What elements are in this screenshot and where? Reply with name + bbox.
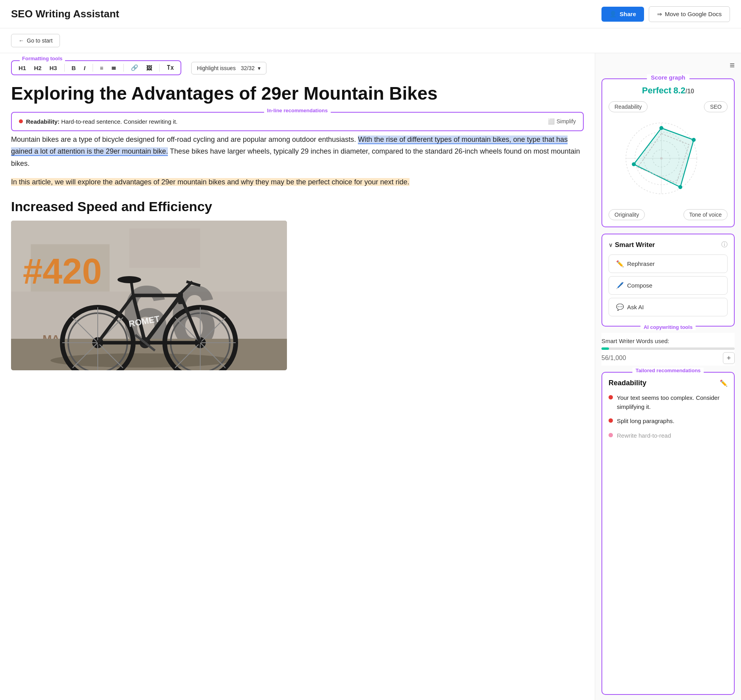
simplify-icon: ⬜ bbox=[548, 118, 555, 124]
words-progress-bar bbox=[601, 347, 735, 350]
score-graph-axes-bottom: Originality Tone of voice bbox=[609, 209, 728, 220]
tone-of-voice-axis-label: Tone of voice bbox=[683, 209, 728, 220]
seo-axis-label: SEO bbox=[704, 101, 728, 112]
ai-copywriting-label: AI copywriting tools bbox=[640, 324, 696, 330]
words-used-label: Smart Writer Words used: bbox=[601, 338, 735, 344]
smart-writer-header: ∨ Smart Writer ⓘ bbox=[609, 241, 728, 249]
ask-ai-icon: 💬 bbox=[616, 303, 624, 311]
svg-rect-3 bbox=[129, 228, 200, 268]
sub-header: ← Go to start bbox=[0, 28, 741, 53]
svg-point-35 bbox=[117, 276, 141, 283]
inline-rec-wrapper: Readability: Hard-to-read sentence. Cons… bbox=[11, 112, 584, 131]
move-to-google-docs-button[interactable]: ⇒ Move to Google Docs bbox=[649, 6, 730, 22]
radar-chart bbox=[610, 117, 713, 204]
article-paragraph-1: Mountain bikes are a type of bicycle des… bbox=[11, 134, 584, 170]
h3-button[interactable]: H3 bbox=[47, 64, 59, 72]
article-h2: Increased Speed and Efficiency bbox=[11, 199, 584, 214]
googledocs-icon: ⇒ bbox=[657, 11, 662, 18]
formatting-tools-label: Formatting tools bbox=[20, 56, 65, 61]
editor-area: H1 H2 H3 B I ≡ ≣ 🔗 🖼 Tx Formatting tools… bbox=[0, 53, 595, 700]
link-button[interactable]: 🔗 bbox=[129, 63, 140, 72]
arrow-left-icon: ← bbox=[19, 37, 24, 44]
words-progress-fill bbox=[601, 347, 609, 350]
smart-writer-info-icon[interactable]: ⓘ bbox=[721, 241, 728, 249]
svg-point-50 bbox=[632, 162, 636, 166]
toolbar-divider-3 bbox=[123, 64, 124, 72]
rec-item-dot-1 bbox=[609, 395, 613, 399]
rephraser-button[interactable]: ✏️ Rephraser bbox=[609, 254, 728, 273]
rec-item-text-1: Your text seems too complex. Consider si… bbox=[617, 394, 728, 411]
highlight-issues-dropdown[interactable]: Highlight issues 32/32 ▾ bbox=[191, 62, 266, 74]
tailored-rec-label: Tailored recommendations bbox=[632, 368, 704, 373]
rec-item-2: Split long paragraphs. bbox=[609, 417, 728, 426]
formatting-toolbar-wrapper: H1 H2 H3 B I ≡ ≣ 🔗 🖼 Tx Formatting tools… bbox=[0, 53, 595, 75]
bike-image-svg: #420 66 MA bbox=[11, 221, 287, 370]
words-plus-button[interactable]: + bbox=[723, 352, 735, 364]
chevron-down-icon: ▾ bbox=[258, 65, 261, 71]
words-count-row: 56/1,000 + bbox=[601, 352, 735, 364]
rec-item-dot-2 bbox=[609, 418, 613, 423]
share-button[interactable]: 👤 Share bbox=[601, 7, 644, 22]
score-value: 8.2 bbox=[673, 85, 685, 95]
smart-writer-card: ∨ Smart Writer ⓘ ✏️ Rephraser 🖊️ Compose… bbox=[601, 234, 735, 327]
rec-item-text-2: Split long paragraphs. bbox=[617, 417, 674, 426]
simplify-button[interactable]: ⬜ Simplify bbox=[548, 118, 576, 124]
words-count: 56/1,000 bbox=[601, 355, 626, 362]
paragraph-2-highlight: In this article, we will explore the adv… bbox=[11, 178, 410, 186]
paragraph-1-start: Mountain bikes are a type of bicycle des… bbox=[11, 136, 358, 143]
article-paragraph-2: In this article, we will explore the adv… bbox=[11, 176, 584, 188]
svg-point-49 bbox=[678, 185, 682, 189]
smart-writer-title: ∨ Smart Writer bbox=[609, 241, 655, 249]
sidebar-menu-button[interactable]: ≡ bbox=[730, 60, 735, 71]
score-graph-label: Score graph bbox=[647, 74, 689, 81]
formatting-toolbar: H1 H2 H3 B I ≡ ≣ 🔗 🖼 Tx bbox=[11, 60, 181, 75]
app-header: SEO Writing Assistant 👤 Share ⇒ Move to … bbox=[0, 0, 741, 28]
inline-rec-label: In-line recommendations bbox=[264, 108, 331, 113]
header-actions: 👤 Share ⇒ Move to Google Docs bbox=[601, 6, 730, 22]
compose-button[interactable]: 🖊️ Compose bbox=[609, 276, 728, 295]
right-sidebar: ≡ Score graph Perfect 8.2/10 Readability… bbox=[595, 53, 741, 700]
h2-button[interactable]: H2 bbox=[32, 64, 43, 72]
words-used-section: Smart Writer Words used: 56/1,000 + bbox=[601, 333, 735, 366]
clear-format-button[interactable]: Tx bbox=[165, 63, 176, 72]
bold-button[interactable]: B bbox=[70, 64, 78, 72]
app-title: SEO Writing Assistant bbox=[11, 8, 119, 20]
italic-button[interactable]: I bbox=[82, 64, 87, 72]
readability-axis-label: Readability bbox=[609, 101, 648, 112]
svg-text:#420: #420 bbox=[23, 252, 102, 291]
rec-row: Readability: Hard-to-read sentence. Cons… bbox=[19, 118, 576, 125]
tailored-edit-icon[interactable]: ✏️ bbox=[720, 379, 728, 387]
originality-axis-label: Originality bbox=[609, 209, 645, 220]
svg-point-48 bbox=[692, 138, 696, 142]
image-button[interactable]: 🖼 bbox=[144, 64, 154, 72]
unordered-list-button[interactable]: ≣ bbox=[109, 63, 118, 72]
rephraser-icon: ✏️ bbox=[616, 260, 624, 267]
article-title: Exploring the Advantages of 29er Mountai… bbox=[11, 83, 584, 104]
tailored-rec-title: Readability bbox=[609, 379, 646, 387]
ordered-list-button[interactable]: ≡ bbox=[98, 64, 106, 72]
rec-item-text-3: Rewrite hard-to-read bbox=[617, 431, 671, 440]
svg-point-47 bbox=[659, 126, 663, 130]
highlight-count: 32/32 bbox=[241, 65, 255, 71]
tailored-rec-header: Readability ✏️ bbox=[609, 379, 728, 387]
compose-icon: 🖊️ bbox=[616, 282, 624, 289]
main-layout: H1 H2 H3 B I ≡ ≣ 🔗 🖼 Tx Formatting tools… bbox=[0, 53, 741, 700]
toolbar-divider-4 bbox=[159, 64, 160, 72]
radar-wrapper: Target bbox=[609, 114, 728, 205]
tailored-rec-card: Tailored recommendations Readability ✏️ … bbox=[601, 372, 735, 695]
svg-line-34 bbox=[131, 282, 133, 295]
bike-image: #420 66 MA bbox=[11, 221, 287, 370]
toolbar-divider-2 bbox=[93, 64, 93, 72]
svg-rect-31 bbox=[178, 292, 183, 304]
score-graph-card: Score graph Perfect 8.2/10 Readability S… bbox=[601, 78, 735, 227]
score-perfect: Perfect 8.2/10 bbox=[609, 85, 728, 96]
go-to-start-button[interactable]: ← Go to start bbox=[11, 34, 60, 47]
highlight-issues-label: Highlight issues bbox=[197, 65, 236, 71]
ask-ai-button[interactable]: 💬 Ask AI bbox=[609, 298, 728, 316]
h1-button[interactable]: H1 bbox=[17, 64, 28, 72]
rec-item-dot-3 bbox=[609, 433, 613, 437]
toolbar-divider-1 bbox=[64, 64, 65, 72]
score-graph-axes-top: Readability SEO bbox=[609, 101, 728, 112]
article-content: Exploring the Advantages of 29er Mountai… bbox=[0, 75, 595, 381]
inline-rec-box: Readability: Hard-to-read sentence. Cons… bbox=[11, 112, 584, 131]
